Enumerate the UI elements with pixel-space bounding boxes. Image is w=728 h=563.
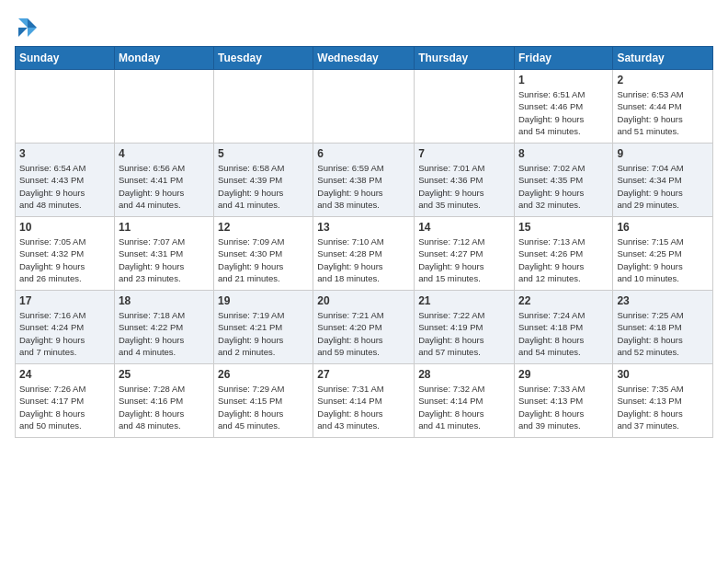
weekday-header-monday: Monday [114, 47, 213, 70]
calendar-cell: 16Sunrise: 7:15 AM Sunset: 4:25 PM Dayli… [613, 217, 713, 291]
day-number: 1 [518, 74, 609, 86]
calendar-cell: 27Sunrise: 7:31 AM Sunset: 4:14 PM Dayli… [313, 364, 415, 438]
day-info: Sunrise: 7:35 AM Sunset: 4:13 PM Dayligh… [617, 383, 709, 431]
calendar-cell: 19Sunrise: 7:19 AM Sunset: 4:21 PM Dayli… [214, 291, 313, 364]
day-number: 3 [19, 147, 110, 160]
calendar-cell: 26Sunrise: 7:29 AM Sunset: 4:15 PM Dayli… [214, 364, 313, 438]
day-info: Sunrise: 7:21 AM Sunset: 4:20 PM Dayligh… [317, 309, 410, 358]
day-number: 2 [617, 74, 709, 86]
day-number: 10 [19, 221, 110, 234]
day-info: Sunrise: 7:31 AM Sunset: 4:14 PM Dayligh… [317, 383, 410, 431]
day-number: 16 [617, 221, 709, 234]
calendar-cell [313, 70, 415, 144]
day-number: 18 [119, 294, 210, 307]
day-number: 5 [218, 147, 309, 160]
day-info: Sunrise: 7:32 AM Sunset: 4:14 PM Dayligh… [418, 383, 510, 431]
svg-marker-3 [18, 28, 28, 37]
calendar-cell [415, 70, 515, 144]
day-number: 8 [518, 147, 609, 160]
day-info: Sunrise: 6:59 AM Sunset: 4:38 PM Dayligh… [317, 162, 410, 211]
calendar-cell: 21Sunrise: 7:22 AM Sunset: 4:19 PM Dayli… [415, 291, 515, 364]
calendar-cell: 9Sunrise: 7:04 AM Sunset: 4:34 PM Daylig… [613, 144, 713, 217]
weekday-header-wednesday: Wednesday [313, 47, 415, 70]
day-number: 19 [218, 294, 309, 307]
calendar-cell: 22Sunrise: 7:24 AM Sunset: 4:18 PM Dayli… [514, 291, 612, 364]
day-info: Sunrise: 6:56 AM Sunset: 4:41 PM Dayligh… [119, 162, 210, 211]
calendar-week-3: 10Sunrise: 7:05 AM Sunset: 4:32 PM Dayli… [16, 217, 713, 291]
weekday-header-thursday: Thursday [415, 47, 515, 70]
calendar-cell: 15Sunrise: 7:13 AM Sunset: 4:26 PM Dayli… [514, 217, 612, 291]
day-number: 12 [218, 221, 309, 234]
calendar-cell: 10Sunrise: 7:05 AM Sunset: 4:32 PM Dayli… [16, 217, 115, 291]
day-number: 9 [617, 147, 709, 160]
day-number: 6 [317, 147, 410, 160]
calendar-cell: 2Sunrise: 6:53 AM Sunset: 4:44 PM Daylig… [613, 70, 713, 144]
day-info: Sunrise: 7:22 AM Sunset: 4:19 PM Dayligh… [418, 309, 510, 358]
day-info: Sunrise: 7:07 AM Sunset: 4:31 PM Dayligh… [119, 236, 210, 284]
calendar-cell: 17Sunrise: 7:16 AM Sunset: 4:24 PM Dayli… [16, 291, 115, 364]
day-number: 24 [19, 368, 110, 381]
weekday-header-tuesday: Tuesday [214, 47, 313, 70]
calendar-cell: 7Sunrise: 7:01 AM Sunset: 4:36 PM Daylig… [415, 144, 515, 217]
calendar-cell [214, 70, 313, 144]
weekday-header-sunday: Sunday [16, 47, 115, 70]
weekday-header-saturday: Saturday [613, 47, 713, 70]
calendar-cell: 13Sunrise: 7:10 AM Sunset: 4:28 PM Dayli… [313, 217, 415, 291]
day-info: Sunrise: 7:25 AM Sunset: 4:18 PM Dayligh… [617, 309, 709, 358]
day-number: 29 [518, 368, 609, 381]
calendar-week-1: 1Sunrise: 6:51 AM Sunset: 4:46 PM Daylig… [16, 70, 713, 144]
day-info: Sunrise: 7:05 AM Sunset: 4:32 PM Dayligh… [19, 236, 110, 284]
day-info: Sunrise: 6:51 AM Sunset: 4:46 PM Dayligh… [518, 88, 609, 137]
calendar-cell: 23Sunrise: 7:25 AM Sunset: 4:18 PM Dayli… [613, 291, 713, 364]
calendar-cell: 30Sunrise: 7:35 AM Sunset: 4:13 PM Dayli… [613, 364, 713, 438]
day-number: 30 [617, 368, 709, 381]
day-number: 27 [317, 368, 410, 381]
calendar-cell: 6Sunrise: 6:59 AM Sunset: 4:38 PM Daylig… [313, 144, 415, 217]
day-number: 7 [418, 147, 510, 160]
day-number: 25 [119, 368, 210, 381]
day-info: Sunrise: 7:24 AM Sunset: 4:18 PM Dayligh… [518, 309, 609, 358]
calendar-cell: 4Sunrise: 6:56 AM Sunset: 4:41 PM Daylig… [114, 144, 213, 217]
day-info: Sunrise: 7:26 AM Sunset: 4:17 PM Dayligh… [19, 383, 110, 431]
day-info: Sunrise: 6:54 AM Sunset: 4:43 PM Dayligh… [19, 162, 110, 211]
logo [15, 15, 44, 40]
calendar-week-2: 3Sunrise: 6:54 AM Sunset: 4:43 PM Daylig… [16, 144, 713, 217]
day-info: Sunrise: 7:19 AM Sunset: 4:21 PM Dayligh… [218, 309, 309, 358]
calendar-cell [114, 70, 213, 144]
calendar-cell: 18Sunrise: 7:18 AM Sunset: 4:22 PM Dayli… [114, 291, 213, 364]
calendar-cell: 29Sunrise: 7:33 AM Sunset: 4:13 PM Dayli… [514, 364, 612, 438]
day-number: 22 [518, 294, 609, 307]
calendar-week-5: 24Sunrise: 7:26 AM Sunset: 4:17 PM Dayli… [16, 364, 713, 438]
calendar-cell: 12Sunrise: 7:09 AM Sunset: 4:30 PM Dayli… [214, 217, 313, 291]
day-info: Sunrise: 7:33 AM Sunset: 4:13 PM Dayligh… [518, 383, 609, 431]
calendar-cell: 8Sunrise: 7:02 AM Sunset: 4:35 PM Daylig… [514, 144, 612, 217]
svg-marker-1 [28, 28, 37, 37]
weekday-header-friday: Friday [514, 47, 612, 70]
day-info: Sunrise: 7:28 AM Sunset: 4:16 PM Dayligh… [119, 383, 210, 431]
day-number: 13 [317, 221, 410, 234]
calendar-cell [16, 70, 115, 144]
calendar-cell: 20Sunrise: 7:21 AM Sunset: 4:20 PM Dayli… [313, 291, 415, 364]
day-info: Sunrise: 7:09 AM Sunset: 4:30 PM Dayligh… [218, 236, 309, 284]
day-info: Sunrise: 6:53 AM Sunset: 4:44 PM Dayligh… [617, 88, 709, 137]
day-number: 26 [218, 368, 309, 381]
day-info: Sunrise: 7:16 AM Sunset: 4:24 PM Dayligh… [19, 309, 110, 358]
day-info: Sunrise: 7:10 AM Sunset: 4:28 PM Dayligh… [317, 236, 410, 284]
calendar-table: SundayMondayTuesdayWednesdayThursdayFrid… [15, 46, 713, 438]
day-number: 15 [518, 221, 609, 234]
day-number: 14 [418, 221, 510, 234]
svg-marker-0 [28, 18, 37, 28]
calendar-cell: 11Sunrise: 7:07 AM Sunset: 4:31 PM Dayli… [114, 217, 213, 291]
day-number: 23 [617, 294, 709, 307]
day-info: Sunrise: 7:15 AM Sunset: 4:25 PM Dayligh… [617, 236, 709, 284]
day-number: 4 [119, 147, 210, 160]
day-number: 17 [19, 294, 110, 307]
day-number: 11 [119, 221, 210, 234]
calendar-cell: 24Sunrise: 7:26 AM Sunset: 4:17 PM Dayli… [16, 364, 115, 438]
day-info: Sunrise: 7:18 AM Sunset: 4:22 PM Dayligh… [119, 309, 210, 358]
day-info: Sunrise: 7:12 AM Sunset: 4:27 PM Dayligh… [418, 236, 510, 284]
day-info: Sunrise: 6:58 AM Sunset: 4:39 PM Dayligh… [218, 162, 309, 211]
day-info: Sunrise: 7:01 AM Sunset: 4:36 PM Dayligh… [418, 162, 510, 211]
day-number: 28 [418, 368, 510, 381]
day-info: Sunrise: 7:04 AM Sunset: 4:34 PM Dayligh… [617, 162, 709, 211]
